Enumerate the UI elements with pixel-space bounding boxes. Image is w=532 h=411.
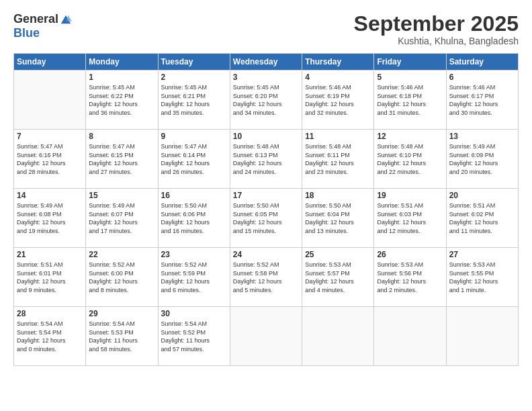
day-info: Sunrise: 5:50 AM Sunset: 6:06 PM Dayligh… [161, 201, 227, 235]
day-info: Sunrise: 5:48 AM Sunset: 6:10 PM Dayligh… [377, 142, 443, 176]
calendar-week-row: 21Sunrise: 5:51 AM Sunset: 6:01 PM Dayli… [14, 248, 519, 307]
calendar-week-row: 14Sunrise: 5:49 AM Sunset: 6:08 PM Dayli… [14, 189, 519, 248]
day-number: 18 [305, 191, 371, 200]
calendar-day-cell: 11Sunrise: 5:48 AM Sunset: 6:11 PM Dayli… [302, 130, 374, 189]
day-number: 4 [305, 73, 371, 82]
day-info: Sunrise: 5:47 AM Sunset: 6:15 PM Dayligh… [89, 142, 154, 176]
calendar-day-cell: 13Sunrise: 5:49 AM Sunset: 6:09 PM Dayli… [446, 130, 518, 189]
day-number: 27 [449, 250, 515, 259]
calendar-day-cell: 1Sunrise: 5:45 AM Sunset: 6:22 PM Daylig… [86, 71, 158, 130]
calendar-day-cell: 2Sunrise: 5:45 AM Sunset: 6:21 PM Daylig… [158, 71, 230, 130]
logo: General Blue [13, 12, 72, 40]
logo-blue-text: Blue [13, 26, 40, 40]
day-number: 9 [161, 132, 227, 141]
calendar-table: SundayMondayTuesdayWednesdayThursdayFrid… [13, 53, 519, 366]
day-number: 21 [17, 250, 83, 259]
day-of-week-header: Monday [86, 54, 158, 71]
day-info: Sunrise: 5:45 AM Sunset: 6:20 PM Dayligh… [233, 83, 299, 117]
day-info: Sunrise: 5:49 AM Sunset: 6:08 PM Dayligh… [17, 201, 83, 235]
day-number: 8 [89, 132, 154, 141]
day-number: 2 [161, 73, 227, 82]
calendar-day-cell: 18Sunrise: 5:50 AM Sunset: 6:04 PM Dayli… [302, 189, 374, 248]
day-info: Sunrise: 5:53 AM Sunset: 5:57 PM Dayligh… [305, 261, 371, 294]
day-info: Sunrise: 5:47 AM Sunset: 6:14 PM Dayligh… [161, 142, 227, 176]
calendar-day-cell: 12Sunrise: 5:48 AM Sunset: 6:10 PM Dayli… [374, 130, 446, 189]
day-info: Sunrise: 5:45 AM Sunset: 6:21 PM Dayligh… [161, 83, 227, 117]
day-number: 5 [377, 73, 443, 82]
calendar-day-cell: 15Sunrise: 5:49 AM Sunset: 6:07 PM Dayli… [86, 189, 158, 248]
calendar-day-cell: 23Sunrise: 5:52 AM Sunset: 5:59 PM Dayli… [158, 248, 230, 307]
day-info: Sunrise: 5:46 AM Sunset: 6:18 PM Dayligh… [377, 83, 443, 117]
day-number: 19 [377, 191, 443, 200]
day-number: 15 [89, 191, 154, 200]
calendar-day-cell: 16Sunrise: 5:50 AM Sunset: 6:06 PM Dayli… [158, 189, 230, 248]
day-number: 12 [377, 132, 443, 141]
day-of-week-header: Wednesday [230, 54, 302, 71]
day-number: 7 [17, 132, 83, 141]
calendar-day-cell: 19Sunrise: 5:51 AM Sunset: 6:03 PM Dayli… [374, 189, 446, 248]
day-info: Sunrise: 5:46 AM Sunset: 6:17 PM Dayligh… [449, 83, 515, 117]
calendar-day-cell: 7Sunrise: 5:47 AM Sunset: 6:16 PM Daylig… [14, 130, 86, 189]
calendar-day-cell [302, 307, 374, 366]
calendar-day-cell: 5Sunrise: 5:46 AM Sunset: 6:18 PM Daylig… [374, 71, 446, 130]
day-info: Sunrise: 5:53 AM Sunset: 5:56 PM Dayligh… [377, 261, 443, 294]
day-info: Sunrise: 5:52 AM Sunset: 6:00 PM Dayligh… [89, 261, 154, 294]
day-of-week-header: Thursday [302, 54, 374, 71]
location: Kushtia, Khulna, Bangladesh [354, 36, 519, 46]
calendar-day-cell: 14Sunrise: 5:49 AM Sunset: 6:08 PM Dayli… [14, 189, 86, 248]
calendar-day-cell: 17Sunrise: 5:50 AM Sunset: 6:05 PM Dayli… [230, 189, 302, 248]
calendar-day-cell: 30Sunrise: 5:54 AM Sunset: 5:52 PM Dayli… [158, 307, 230, 366]
day-info: Sunrise: 5:45 AM Sunset: 6:22 PM Dayligh… [89, 83, 154, 117]
calendar-day-cell: 6Sunrise: 5:46 AM Sunset: 6:17 PM Daylig… [446, 71, 518, 130]
calendar-day-cell [14, 71, 86, 130]
day-number: 6 [449, 73, 515, 82]
logo-icon [60, 13, 72, 26]
calendar-day-cell: 24Sunrise: 5:52 AM Sunset: 5:58 PM Dayli… [230, 248, 302, 307]
day-info: Sunrise: 5:49 AM Sunset: 6:09 PM Dayligh… [449, 142, 515, 176]
calendar-day-cell [374, 307, 446, 366]
calendar-day-cell: 3Sunrise: 5:45 AM Sunset: 6:20 PM Daylig… [230, 71, 302, 130]
calendar-day-cell: 22Sunrise: 5:52 AM Sunset: 6:00 PM Dayli… [86, 248, 158, 307]
calendar-header-row: SundayMondayTuesdayWednesdayThursdayFrid… [14, 54, 519, 71]
calendar-day-cell: 21Sunrise: 5:51 AM Sunset: 6:01 PM Dayli… [14, 248, 86, 307]
day-number: 11 [305, 132, 371, 141]
day-number: 26 [377, 250, 443, 259]
day-info: Sunrise: 5:47 AM Sunset: 6:16 PM Dayligh… [17, 142, 83, 176]
day-info: Sunrise: 5:48 AM Sunset: 6:11 PM Dayligh… [305, 142, 371, 176]
day-info: Sunrise: 5:50 AM Sunset: 6:04 PM Dayligh… [305, 201, 371, 235]
day-number: 14 [17, 191, 83, 200]
calendar-day-cell: 20Sunrise: 5:51 AM Sunset: 6:02 PM Dayli… [446, 189, 518, 248]
day-number: 20 [449, 191, 515, 200]
day-number: 22 [89, 250, 154, 259]
day-info: Sunrise: 5:50 AM Sunset: 6:05 PM Dayligh… [233, 201, 299, 235]
day-info: Sunrise: 5:48 AM Sunset: 6:13 PM Dayligh… [233, 142, 299, 176]
calendar-day-cell: 28Sunrise: 5:54 AM Sunset: 5:54 PM Dayli… [14, 307, 86, 366]
header: General Blue September 2025 Kushtia, Khu… [13, 12, 519, 46]
day-info: Sunrise: 5:52 AM Sunset: 5:58 PM Dayligh… [233, 261, 299, 294]
page: General Blue September 2025 Kushtia, Khu… [0, 0, 532, 411]
day-number: 10 [233, 132, 299, 141]
calendar-day-cell: 9Sunrise: 5:47 AM Sunset: 6:14 PM Daylig… [158, 130, 230, 189]
day-of-week-header: Sunday [14, 54, 86, 71]
title-block: September 2025 Kushtia, Khulna, Banglade… [354, 12, 519, 46]
calendar-day-cell: 10Sunrise: 5:48 AM Sunset: 6:13 PM Dayli… [230, 130, 302, 189]
day-number: 23 [161, 250, 227, 259]
day-number: 28 [17, 309, 83, 318]
day-info: Sunrise: 5:51 AM Sunset: 6:03 PM Dayligh… [377, 201, 443, 235]
calendar-week-row: 7Sunrise: 5:47 AM Sunset: 6:16 PM Daylig… [14, 130, 519, 189]
day-info: Sunrise: 5:51 AM Sunset: 6:02 PM Dayligh… [449, 201, 515, 235]
calendar-week-row: 1Sunrise: 5:45 AM Sunset: 6:22 PM Daylig… [14, 71, 519, 130]
logo-general-text: General [13, 12, 58, 26]
day-number: 29 [89, 309, 154, 318]
day-of-week-header: Saturday [446, 54, 518, 71]
day-number: 24 [233, 250, 299, 259]
calendar-day-cell: 26Sunrise: 5:53 AM Sunset: 5:56 PM Dayli… [374, 248, 446, 307]
calendar-day-cell: 25Sunrise: 5:53 AM Sunset: 5:57 PM Dayli… [302, 248, 374, 307]
day-of-week-header: Tuesday [158, 54, 230, 71]
day-info: Sunrise: 5:51 AM Sunset: 6:01 PM Dayligh… [17, 261, 83, 294]
day-info: Sunrise: 5:46 AM Sunset: 6:19 PM Dayligh… [305, 83, 371, 117]
day-number: 30 [161, 309, 227, 318]
day-number: 16 [161, 191, 227, 200]
day-number: 17 [233, 191, 299, 200]
month-title: September 2025 [354, 12, 519, 36]
